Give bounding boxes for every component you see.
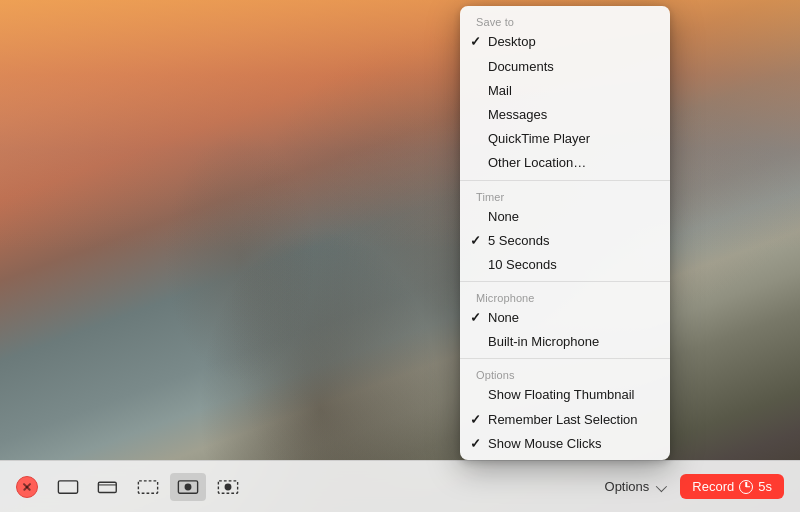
options-dropdown-button[interactable]: Options <box>597 475 673 498</box>
menu-divider-1 <box>460 180 670 181</box>
record-timer: 5s <box>758 479 772 494</box>
menu-item-desktop[interactable]: Desktop <box>460 30 670 54</box>
svg-point-5 <box>185 483 192 490</box>
record-entire-screen-button[interactable] <box>170 473 206 501</box>
capture-window-button[interactable] <box>90 473 126 501</box>
menu-item-timer-5sec[interactable]: 5 Seconds <box>460 229 670 253</box>
menu-section-options: Options <box>460 363 670 383</box>
svg-rect-0 <box>58 480 77 492</box>
svg-point-7 <box>225 483 232 490</box>
menu-divider-3 <box>460 358 670 359</box>
menu-item-show-thumbnail[interactable]: Show Floating Thumbnail <box>460 383 670 407</box>
menu-item-mic-builtin[interactable]: Built-in Microphone <box>460 330 670 354</box>
options-label: Options <box>605 479 650 494</box>
menu-section-save-to: Save to <box>460 10 670 30</box>
menu-item-quicktime[interactable]: QuickTime Player <box>460 127 670 151</box>
capture-entire-screen-button[interactable] <box>50 473 86 501</box>
chevron-down-icon <box>656 480 667 491</box>
menu-item-messages[interactable]: Messages <box>460 103 670 127</box>
screenshot-toolbar: Options Record 5s <box>0 460 800 512</box>
sky-glow-overlay <box>0 0 800 250</box>
record-label: Record <box>692 479 734 494</box>
menu-section-microphone: Microphone <box>460 286 670 306</box>
context-menu: Save to Desktop Documents Mail Messages … <box>460 6 670 460</box>
menu-item-timer-10sec[interactable]: 10 Seconds <box>460 253 670 277</box>
menu-item-mic-none[interactable]: None <box>460 306 670 330</box>
capture-selection-button[interactable] <box>130 473 166 501</box>
menu-item-remember-selection[interactable]: Remember Last Selection <box>460 408 670 432</box>
menu-divider-2 <box>460 281 670 282</box>
menu-item-timer-none[interactable]: None <box>460 205 670 229</box>
menu-item-show-mouse-clicks[interactable]: Show Mouse Clicks <box>460 432 670 456</box>
clock-icon <box>739 480 753 494</box>
menu-item-mail[interactable]: Mail <box>460 79 670 103</box>
menu-item-other-location[interactable]: Other Location… <box>460 151 670 175</box>
svg-rect-3 <box>138 480 157 492</box>
record-button[interactable]: Record 5s <box>680 474 784 499</box>
menu-section-timer: Timer <box>460 185 670 205</box>
close-button[interactable] <box>16 476 38 498</box>
record-selection-button[interactable] <box>210 473 246 501</box>
menu-item-documents[interactable]: Documents <box>460 55 670 79</box>
svg-rect-1 <box>98 482 116 492</box>
